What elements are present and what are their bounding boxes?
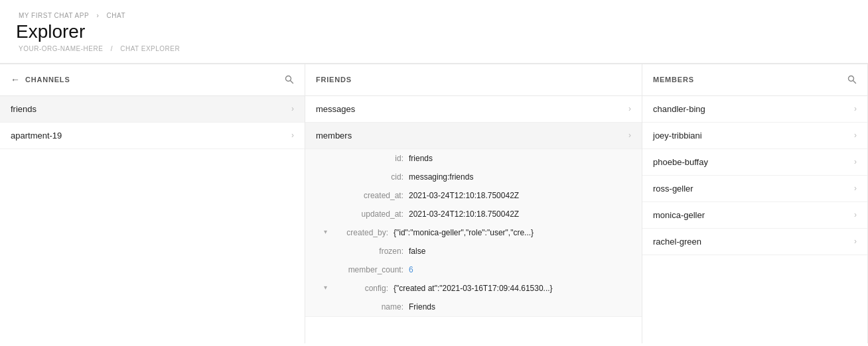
channels-panel: ← CHANNELS friends › apartment-19 › — [0, 64, 305, 343]
friends-panel-title: FRIENDS — [316, 76, 352, 84]
top-header: MY FIRST CHAT APP › CHAT Explorer YOUR-O… — [0, 0, 868, 64]
channel-item-apartment19[interactable]: apartment-19 › — [0, 123, 305, 149]
detail-val-name: Friends — [409, 302, 435, 312]
main-layout: ← CHANNELS friends › apartment-19 › — [0, 64, 868, 343]
sub-breadcrumb-label: CHAT EXPLORER — [120, 45, 180, 52]
chevron-right-icon-4: › — [628, 131, 631, 140]
channel-item-friends-label: friends — [11, 104, 36, 114]
detail-row-member-count: member_count: 6 — [305, 260, 642, 279]
member-name-joey: joey-tribbiani — [653, 131, 702, 141]
detail-row-created-at: created_at: 2021-03-24T12:10:18.750042Z — [305, 186, 642, 205]
friends-item-members-label: members — [316, 131, 352, 141]
chevron-right-icon-2: › — [291, 131, 294, 140]
detail-val-cid: messaging:friends — [409, 172, 473, 182]
detail-key-member-count: member_count: — [337, 265, 403, 274]
member-item-rachel[interactable]: rachel-green › — [642, 229, 867, 255]
member-name-phoebe: phoebe-buffay — [653, 157, 708, 167]
members-panel-title: MEMBERS — [653, 76, 694, 84]
detail-row-created-by: ▾ created_by: {"id":"monica-geller","rol… — [305, 223, 642, 242]
member-item-phoebe[interactable]: phoebe-buffay › — [642, 149, 867, 176]
friends-item-messages[interactable]: messages › — [305, 96, 642, 123]
friends-panel-header: FRIENDS — [305, 64, 642, 96]
member-item-joey[interactable]: joey-tribbiani › — [642, 123, 867, 149]
detail-key-cid: cid: — [337, 172, 403, 182]
detail-val-created-at: 2021-03-24T12:10:18.750042Z — [409, 191, 519, 200]
friends-panel: FRIENDS messages › members › id: friends… — [305, 64, 642, 343]
sub-breadcrumb: YOUR-ORG-NAME-HERE / CHAT EXPLORER — [16, 45, 852, 52]
member-item-monica[interactable]: monica-geller › — [642, 202, 867, 229]
back-arrow-icon[interactable]: ← — [11, 74, 20, 85]
breadcrumb: MY FIRST CHAT APP › CHAT — [16, 12, 852, 19]
detail-val-updated-at: 2021-03-24T12:10:18.750042Z — [409, 209, 519, 219]
channels-panel-title: CHANNELS — [25, 76, 70, 84]
members-search-button[interactable] — [847, 75, 857, 84]
page-title: Explorer — [16, 22, 852, 42]
chevron-right-member-phoebe: › — [854, 157, 857, 166]
channels-list: friends › apartment-19 › — [0, 96, 305, 149]
search-icon — [285, 75, 294, 84]
chevron-right-member-chandler: › — [854, 104, 857, 113]
detail-val-member-count: 6 — [409, 265, 413, 274]
chevron-right-member-joey: › — [854, 131, 857, 140]
channels-panel-header: ← CHANNELS — [0, 64, 305, 96]
members-panel: MEMBERS chandler-bing › joey-tribbiani ›… — [642, 64, 868, 343]
detail-key-created-by: created_by: — [335, 228, 388, 237]
detail-row-name: name: Friends — [305, 298, 642, 316]
detail-row-cid: cid: messaging:friends — [305, 168, 642, 186]
members-search-icon — [847, 75, 857, 84]
chevron-right-member-rachel: › — [854, 237, 857, 246]
detail-key-name: name: — [337, 302, 403, 312]
friends-item-members[interactable]: members › — [305, 123, 642, 149]
detail-key-frozen: frozen: — [337, 247, 403, 256]
chevron-right-icon-3: › — [628, 104, 631, 113]
sub-breadcrumb-org: YOUR-ORG-NAME-HERE — [19, 45, 103, 52]
detail-row-updated-at: updated_at: 2021-03-24T12:10:18.750042Z — [305, 205, 642, 223]
channel-item-friends[interactable]: friends › — [0, 96, 305, 123]
detail-key-created-at: created_at: — [337, 191, 403, 200]
detail-row-config: ▾ config: {"created at":"2021-03-16T17:0… — [305, 279, 642, 298]
detail-val-created-by: {"id":"monica-geller","role":"user","cre… — [394, 228, 534, 237]
detail-key-id: id: — [337, 154, 403, 163]
detail-row-frozen: frozen: false — [305, 242, 642, 260]
detail-key-config: config: — [335, 284, 388, 293]
chevron-right-icon: › — [291, 104, 294, 113]
friends-item-messages-label: messages — [316, 104, 355, 114]
channels-panel-header-left: ← CHANNELS — [11, 74, 70, 85]
detail-block: id: friends cid: messaging:friends creat… — [305, 149, 642, 317]
svg-line-1 — [291, 81, 293, 84]
members-panel-header: MEMBERS — [642, 64, 867, 96]
members-list: chandler-bing › joey-tribbiani › phoebe-… — [642, 96, 867, 255]
sub-breadcrumb-sep: / — [111, 45, 113, 52]
member-item-chandler[interactable]: chandler-bing › — [642, 96, 867, 123]
detail-val-config: {"created at":"2021-03-16T17:09:44.61530… — [394, 284, 553, 293]
detail-val-id: friends — [409, 154, 433, 163]
detail-val-frozen: false — [409, 247, 425, 256]
detail-row-id: id: friends — [305, 149, 642, 168]
member-name-rachel: rachel-green — [653, 237, 701, 247]
member-name-ross: ross-geller — [653, 184, 693, 194]
channels-search-button[interactable] — [285, 75, 294, 84]
breadcrumb-section: CHAT — [107, 12, 125, 19]
expand-chevron-created-by[interactable]: ▾ — [324, 228, 327, 235]
member-name-monica: monica-geller — [653, 210, 705, 220]
member-name-chandler: chandler-bing — [653, 104, 705, 114]
chevron-right-member-monica: › — [854, 210, 857, 219]
channel-item-apartment19-label: apartment-19 — [11, 131, 62, 141]
detail-key-updated-at: updated_at: — [337, 209, 403, 219]
member-item-ross[interactable]: ross-geller › — [642, 176, 867, 202]
breadcrumb-app: MY FIRST CHAT APP — [19, 12, 89, 19]
expand-chevron-config[interactable]: ▾ — [324, 284, 327, 291]
svg-line-3 — [853, 81, 856, 84]
chevron-right-member-ross: › — [854, 184, 857, 193]
breadcrumb-sep1: › — [96, 12, 99, 19]
